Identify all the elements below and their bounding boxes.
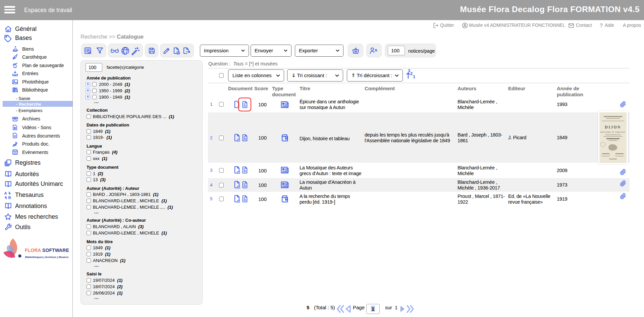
svg-text:B: B [8,196,11,200]
svg-text:A: A [4,191,7,195]
